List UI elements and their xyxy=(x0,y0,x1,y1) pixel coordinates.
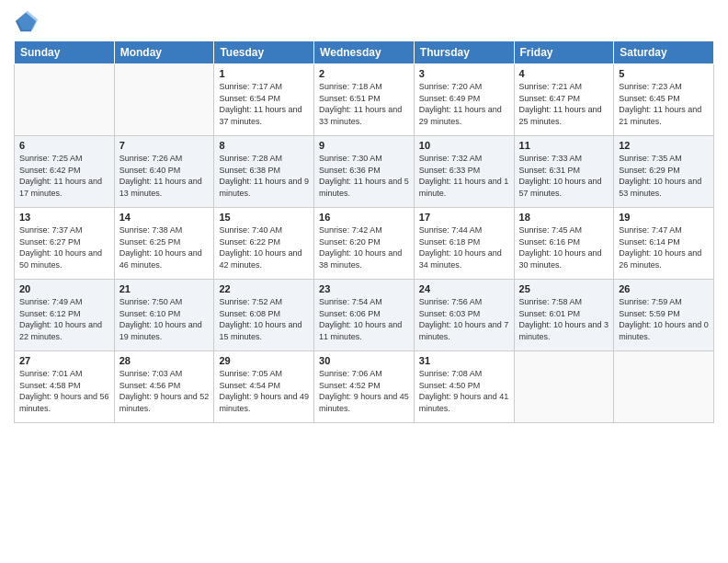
day-info: Sunrise: 7:58 AM Sunset: 6:01 PM Dayligh… xyxy=(519,296,609,342)
day-number: 4 xyxy=(519,68,609,79)
day-number: 12 xyxy=(619,140,709,151)
day-info: Sunrise: 7:30 AM Sunset: 6:36 PM Dayligh… xyxy=(319,153,409,199)
day-info: Sunrise: 7:21 AM Sunset: 6:47 PM Dayligh… xyxy=(519,81,609,127)
day-number: 9 xyxy=(319,140,409,151)
day-info: Sunrise: 7:05 AM Sunset: 4:54 PM Dayligh… xyxy=(219,368,309,414)
calendar-cell: 14Sunrise: 7:38 AM Sunset: 6:25 PM Dayli… xyxy=(114,208,214,280)
day-number: 5 xyxy=(619,68,709,79)
day-info: Sunrise: 7:33 AM Sunset: 6:31 PM Dayligh… xyxy=(519,153,609,199)
day-info: Sunrise: 7:26 AM Sunset: 6:40 PM Dayligh… xyxy=(119,153,210,199)
day-info: Sunrise: 7:08 AM Sunset: 4:50 PM Dayligh… xyxy=(419,368,509,414)
day-info: Sunrise: 7:18 AM Sunset: 6:51 PM Dayligh… xyxy=(319,81,409,127)
week-row-4: 27Sunrise: 7:01 AM Sunset: 4:58 PM Dayli… xyxy=(15,351,714,423)
calendar-cell: 25Sunrise: 7:58 AM Sunset: 6:01 PM Dayli… xyxy=(514,280,614,351)
calendar-cell: 1Sunrise: 7:17 AM Sunset: 6:54 PM Daylig… xyxy=(214,64,314,136)
calendar-cell: 3Sunrise: 7:20 AM Sunset: 6:49 PM Daylig… xyxy=(414,64,514,136)
calendar-cell: 8Sunrise: 7:28 AM Sunset: 6:38 PM Daylig… xyxy=(214,136,314,208)
calendar-table: SundayMondayTuesdayWednesdayThursdayFrid… xyxy=(14,40,714,423)
week-row-3: 20Sunrise: 7:49 AM Sunset: 6:12 PM Dayli… xyxy=(15,280,714,351)
calendar-cell xyxy=(614,351,714,423)
calendar-cell: 23Sunrise: 7:54 AM Sunset: 6:06 PM Dayli… xyxy=(314,280,415,351)
day-info: Sunrise: 7:23 AM Sunset: 6:45 PM Dayligh… xyxy=(619,81,709,127)
day-info: Sunrise: 7:38 AM Sunset: 6:25 PM Dayligh… xyxy=(119,224,210,270)
day-info: Sunrise: 7:25 AM Sunset: 6:42 PM Dayligh… xyxy=(19,153,109,199)
day-number: 2 xyxy=(319,68,409,79)
week-row-2: 13Sunrise: 7:37 AM Sunset: 6:27 PM Dayli… xyxy=(15,208,714,280)
header-day-thursday: Thursday xyxy=(414,41,514,64)
day-info: Sunrise: 7:35 AM Sunset: 6:29 PM Dayligh… xyxy=(619,153,709,199)
header-day-monday: Monday xyxy=(114,41,214,64)
day-info: Sunrise: 7:17 AM Sunset: 6:54 PM Dayligh… xyxy=(219,81,309,127)
day-number: 22 xyxy=(219,283,309,294)
day-info: Sunrise: 7:54 AM Sunset: 6:06 PM Dayligh… xyxy=(319,296,409,342)
day-number: 20 xyxy=(19,283,109,294)
calendar-cell xyxy=(15,64,115,136)
logo-icon xyxy=(14,9,40,35)
day-info: Sunrise: 7:40 AM Sunset: 6:22 PM Dayligh… xyxy=(219,224,309,270)
day-info: Sunrise: 7:37 AM Sunset: 6:27 PM Dayligh… xyxy=(19,224,109,270)
day-info: Sunrise: 7:01 AM Sunset: 4:58 PM Dayligh… xyxy=(19,368,109,414)
calendar-cell: 15Sunrise: 7:40 AM Sunset: 6:22 PM Dayli… xyxy=(214,208,314,280)
calendar-cell: 16Sunrise: 7:42 AM Sunset: 6:20 PM Dayli… xyxy=(314,208,415,280)
day-number: 1 xyxy=(219,68,309,79)
calendar-cell: 20Sunrise: 7:49 AM Sunset: 6:12 PM Dayli… xyxy=(15,280,115,351)
day-number: 18 xyxy=(519,212,609,223)
calendar-cell: 9Sunrise: 7:30 AM Sunset: 6:36 PM Daylig… xyxy=(314,136,415,208)
header-day-wednesday: Wednesday xyxy=(314,41,415,64)
calendar-cell xyxy=(114,64,214,136)
day-info: Sunrise: 7:45 AM Sunset: 6:16 PM Dayligh… xyxy=(519,224,609,270)
calendar-cell: 21Sunrise: 7:50 AM Sunset: 6:10 PM Dayli… xyxy=(114,280,214,351)
calendar-cell: 17Sunrise: 7:44 AM Sunset: 6:18 PM Dayli… xyxy=(414,208,514,280)
day-info: Sunrise: 7:20 AM Sunset: 6:49 PM Dayligh… xyxy=(419,81,509,127)
day-number: 10 xyxy=(419,140,509,151)
day-number: 27 xyxy=(19,355,109,366)
page: SundayMondayTuesdayWednesdayThursdayFrid… xyxy=(0,0,728,432)
calendar-cell: 2Sunrise: 7:18 AM Sunset: 6:51 PM Daylig… xyxy=(314,64,415,136)
day-info: Sunrise: 7:59 AM Sunset: 5:59 PM Dayligh… xyxy=(619,296,709,342)
calendar-cell: 13Sunrise: 7:37 AM Sunset: 6:27 PM Dayli… xyxy=(15,208,115,280)
day-number: 25 xyxy=(519,283,609,294)
header-day-friday: Friday xyxy=(514,41,614,64)
day-info: Sunrise: 7:28 AM Sunset: 6:38 PM Dayligh… xyxy=(219,153,309,199)
day-number: 29 xyxy=(219,355,309,366)
day-number: 28 xyxy=(119,355,210,366)
calendar-cell: 24Sunrise: 7:56 AM Sunset: 6:03 PM Dayli… xyxy=(414,280,514,351)
day-number: 19 xyxy=(619,212,709,223)
day-info: Sunrise: 7:06 AM Sunset: 4:52 PM Dayligh… xyxy=(319,368,409,414)
day-info: Sunrise: 7:52 AM Sunset: 6:08 PM Dayligh… xyxy=(219,296,309,342)
day-info: Sunrise: 7:32 AM Sunset: 6:33 PM Dayligh… xyxy=(419,153,509,199)
calendar-cell: 18Sunrise: 7:45 AM Sunset: 6:16 PM Dayli… xyxy=(514,208,614,280)
calendar-cell: 11Sunrise: 7:33 AM Sunset: 6:31 PM Dayli… xyxy=(514,136,614,208)
day-number: 30 xyxy=(319,355,409,366)
day-info: Sunrise: 7:50 AM Sunset: 6:10 PM Dayligh… xyxy=(119,296,210,342)
day-number: 13 xyxy=(19,212,109,223)
day-info: Sunrise: 7:56 AM Sunset: 6:03 PM Dayligh… xyxy=(419,296,509,342)
header-day-tuesday: Tuesday xyxy=(214,41,314,64)
header-day-saturday: Saturday xyxy=(614,41,714,64)
day-info: Sunrise: 7:44 AM Sunset: 6:18 PM Dayligh… xyxy=(419,224,509,270)
calendar-cell: 30Sunrise: 7:06 AM Sunset: 4:52 PM Dayli… xyxy=(314,351,415,423)
calendar-cell: 12Sunrise: 7:35 AM Sunset: 6:29 PM Dayli… xyxy=(614,136,714,208)
week-row-0: 1Sunrise: 7:17 AM Sunset: 6:54 PM Daylig… xyxy=(15,64,714,136)
day-info: Sunrise: 7:49 AM Sunset: 6:12 PM Dayligh… xyxy=(19,296,109,342)
day-number: 24 xyxy=(419,283,509,294)
day-number: 8 xyxy=(219,140,309,151)
day-number: 3 xyxy=(419,68,509,79)
day-info: Sunrise: 7:03 AM Sunset: 4:56 PM Dayligh… xyxy=(119,368,210,414)
day-info: Sunrise: 7:47 AM Sunset: 6:14 PM Dayligh… xyxy=(619,224,709,270)
day-number: 31 xyxy=(419,355,509,366)
day-number: 14 xyxy=(119,212,210,223)
calendar-cell: 31Sunrise: 7:08 AM Sunset: 4:50 PM Dayli… xyxy=(414,351,514,423)
calendar-cell: 26Sunrise: 7:59 AM Sunset: 5:59 PM Dayli… xyxy=(614,280,714,351)
day-number: 21 xyxy=(119,283,210,294)
calendar-cell: 19Sunrise: 7:47 AM Sunset: 6:14 PM Dayli… xyxy=(614,208,714,280)
day-number: 15 xyxy=(219,212,309,223)
calendar-cell: 4Sunrise: 7:21 AM Sunset: 6:47 PM Daylig… xyxy=(514,64,614,136)
calendar-cell: 27Sunrise: 7:01 AM Sunset: 4:58 PM Dayli… xyxy=(15,351,115,423)
day-number: 17 xyxy=(419,212,509,223)
day-number: 26 xyxy=(619,283,709,294)
day-info: Sunrise: 7:42 AM Sunset: 6:20 PM Dayligh… xyxy=(319,224,409,270)
day-number: 11 xyxy=(519,140,609,151)
day-number: 7 xyxy=(119,140,210,151)
calendar-cell xyxy=(514,351,614,423)
